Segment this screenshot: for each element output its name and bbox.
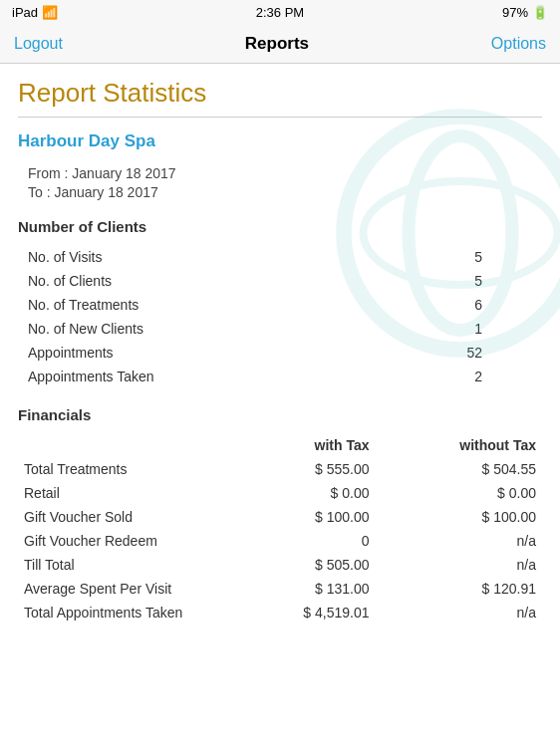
financials-row-without-tax: $ 100.00 — [415, 505, 542, 529]
main-content: Report Statistics Harbour Day Spa From :… — [0, 64, 560, 638]
financials-gap — [375, 433, 415, 457]
ipad-label: iPad — [12, 5, 38, 20]
clients-row-value: 2 — [353, 365, 542, 388]
financials-without-tax-header: without Tax — [415, 433, 542, 457]
financials-row-label: Gift Voucher Redeem — [18, 529, 263, 553]
svg-point-0 — [344, 117, 560, 350]
financials-table-row: Total Treatments $ 555.00 $ 504.55 — [18, 457, 542, 481]
financials-row-without-tax: $ 504.55 — [415, 457, 542, 481]
status-left: iPad 📶 — [12, 5, 58, 20]
clients-row-label: No. of Clients — [18, 269, 353, 293]
financials-row-without-tax: n/a — [415, 553, 542, 577]
financials-row-with-tax: $ 555.00 — [263, 457, 375, 481]
financials-row-with-tax: $ 4,519.01 — [263, 601, 375, 624]
wifi-icon: 📶 — [42, 5, 58, 20]
financials-table-row: Gift Voucher Sold $ 100.00 $ 100.00 — [18, 505, 542, 529]
nav-bar: Logout Reports Options — [0, 24, 560, 64]
financials-row-without-tax: $ 120.91 — [415, 577, 542, 601]
status-right: 97% 🔋 — [502, 5, 548, 20]
financials-table-row: Till Total $ 505.00 n/a — [18, 553, 542, 577]
watermark-icon — [331, 104, 560, 363]
financials-row-label: Till Total — [18, 553, 263, 577]
financials-label-header — [18, 433, 263, 457]
financials-table-row: Gift Voucher Redeem 0 n/a — [18, 529, 542, 553]
clients-row-label: Appointments Taken — [18, 365, 353, 388]
financials-row-without-tax: n/a — [415, 601, 542, 624]
status-time: 2:36 PM — [256, 5, 304, 20]
nav-bar-title: Reports — [245, 34, 309, 54]
battery-label: 97% — [502, 5, 528, 20]
status-bar: iPad 📶 2:36 PM 97% 🔋 — [0, 0, 560, 24]
clients-row-label: Appointments — [18, 341, 353, 365]
financials-row-label: Total Appointments Taken — [18, 601, 263, 624]
svg-point-1 — [409, 136, 512, 331]
battery-icon: 🔋 — [532, 5, 548, 20]
logout-button[interactable]: Logout — [14, 35, 63, 53]
financials-section-title: Financials — [18, 406, 542, 423]
financials-with-tax-header: with Tax — [263, 433, 375, 457]
financials-row-label: Retail — [18, 481, 263, 505]
financials-row-label: Gift Voucher Sold — [18, 505, 263, 529]
clients-row-label: No. of Visits — [18, 245, 353, 269]
financials-table-row: Average Spent Per Visit $ 131.00 $ 120.9… — [18, 577, 542, 601]
clients-table-row: Appointments Taken 2 — [18, 365, 542, 388]
financials-row-without-tax: $ 0.00 — [415, 481, 542, 505]
financials-row-without-tax: n/a — [415, 529, 542, 553]
financials-row-with-tax: $ 505.00 — [263, 553, 375, 577]
financials-row-with-tax: 0 — [263, 529, 375, 553]
financials-table: with Tax without Tax Total Treatments $ … — [18, 433, 542, 624]
clients-row-label: No. of New Clients — [18, 317, 353, 341]
svg-point-2 — [364, 181, 558, 285]
financials-row-with-tax: $ 100.00 — [263, 505, 375, 529]
financials-row-with-tax: $ 0.00 — [263, 481, 375, 505]
financials-row-label: Total Treatments — [18, 457, 263, 481]
financials-table-row: Retail $ 0.00 $ 0.00 — [18, 481, 542, 505]
options-button[interactable]: Options — [491, 35, 546, 53]
clients-row-label: No. of Treatments — [18, 293, 353, 317]
financials-table-row: Total Appointments Taken $ 4,519.01 n/a — [18, 601, 542, 624]
financials-row-label: Average Spent Per Visit — [18, 577, 263, 601]
financials-row-with-tax: $ 131.00 — [263, 577, 375, 601]
